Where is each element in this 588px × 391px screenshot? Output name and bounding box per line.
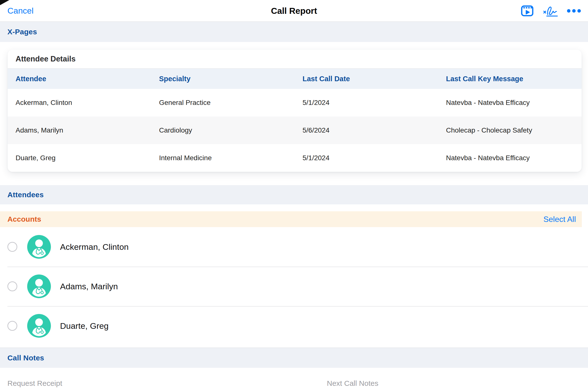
accounts-list: Ackerman, Clinton Adams, Marilyn	[0, 227, 588, 346]
cell-specialty: Cardiology	[151, 126, 295, 134]
radio-unchecked-icon[interactable]	[7, 242, 17, 252]
account-row[interactable]: Duarte, Greg	[0, 306, 588, 346]
section-label: Call Notes	[7, 354, 44, 362]
radio-unchecked-icon[interactable]	[7, 321, 17, 331]
section-header-xpages: X-Pages	[0, 22, 588, 42]
account-name: Duarte, Greg	[60, 321, 109, 331]
cell-last-call-key-message: Natevba - Natevba Efficacy	[438, 154, 582, 162]
cell-last-call-date: 5/6/2024	[295, 126, 438, 134]
table-row: Duarte, Greg Internal Medicine 5/1/2024 …	[8, 144, 582, 172]
section-header-attendees: Attendees	[0, 185, 588, 204]
radio-unchecked-icon[interactable]	[7, 281, 17, 291]
call-notes-fields: Request Receipt Next Call Notes	[0, 368, 588, 391]
account-row[interactable]: Ackerman, Clinton	[0, 227, 588, 267]
cell-specialty: General Practice	[151, 99, 295, 107]
column-header-last-call-date: Last Call Date	[295, 75, 438, 83]
cell-specialty: Internal Medicine	[151, 154, 295, 162]
doctor-avatar-icon	[27, 235, 51, 259]
doctor-avatar-icon	[27, 314, 51, 338]
more-options-icon[interactable]	[567, 9, 581, 13]
card-title: Attendee Details	[15, 55, 76, 63]
table-header-row: Attendee Specialty Last Call Date Last C…	[8, 69, 582, 89]
section-label: X-Pages	[7, 28, 37, 36]
column-header-attendee: Attendee	[8, 75, 151, 83]
page-title: Call Report	[0, 6, 588, 16]
card-header: Attendee Details	[8, 50, 582, 69]
account-name: Adams, Marilyn	[60, 282, 118, 291]
signature-capture-icon[interactable]	[542, 4, 558, 17]
accounts-label: Accounts	[7, 215, 41, 223]
cell-last-call-key-message: Natevba - Natevba Efficacy	[438, 99, 582, 107]
account-name: Ackerman, Clinton	[60, 242, 129, 252]
cancel-button[interactable]: Cancel	[7, 6, 34, 15]
accounts-subheader: Accounts Select All	[0, 211, 582, 227]
cell-attendee: Ackerman, Clinton	[8, 99, 151, 107]
cell-last-call-date: 5/1/2024	[295, 154, 438, 162]
navbar-actions	[521, 4, 581, 17]
table-row: Adams, Marilyn Cardiology 5/6/2024 Chole…	[8, 116, 582, 144]
navbar: Call Report Cancel	[0, 0, 588, 22]
select-all-button[interactable]: Select All	[543, 215, 576, 224]
cell-last-call-date: 5/1/2024	[295, 99, 438, 107]
section-header-call-notes: Call Notes	[0, 348, 588, 368]
cell-attendee: Adams, Marilyn	[8, 126, 151, 134]
attendee-details-card: Attendee Details Attendee Specialty Last…	[8, 50, 582, 172]
table-row: Ackerman, Clinton General Practice 5/1/2…	[8, 89, 582, 116]
request-receipt-label: Request Receipt	[7, 379, 62, 388]
next-call-notes-label: Next Call Notes	[327, 379, 378, 388]
cell-attendee: Duarte, Greg	[8, 154, 151, 162]
section-label: Attendees	[7, 191, 44, 199]
column-header-specialty: Specialty	[151, 75, 295, 83]
column-header-last-call-key-message: Last Call Key Message	[438, 75, 582, 83]
media-preview-icon[interactable]	[521, 5, 534, 17]
doctor-avatar-icon	[27, 275, 51, 298]
account-row[interactable]: Adams, Marilyn	[0, 267, 588, 306]
cell-last-call-key-message: Cholecap - Cholecap Safety	[438, 126, 582, 134]
